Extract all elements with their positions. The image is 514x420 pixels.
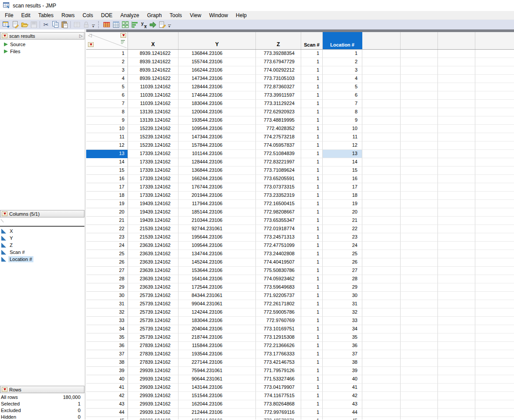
column-header-scan-[interactable]: Scan # — [301, 32, 323, 49]
cell-empty[interactable] — [438, 116, 475, 125]
cell-empty[interactable] — [438, 358, 475, 367]
cell[interactable]: 772.51084839 — [256, 150, 301, 158]
column-header-empty[interactable] — [401, 32, 438, 49]
cell[interactable]: 183044.23106 — [179, 100, 256, 108]
cell-empty[interactable] — [401, 83, 438, 91]
table-panel-header[interactable]: scan results ▷ — [0, 32, 84, 40]
cell-empty[interactable] — [438, 133, 475, 141]
cell[interactable]: 1 — [301, 267, 323, 275]
cell[interactable]: 771.79579126 — [256, 367, 301, 375]
cell-empty[interactable] — [475, 375, 514, 384]
cell[interactable]: 772.01918774 — [256, 225, 301, 233]
cell[interactable]: 1 — [301, 100, 323, 108]
cell[interactable]: 1 — [301, 275, 323, 283]
cell[interactable]: 772.83221997 — [256, 158, 301, 167]
cell-empty[interactable] — [401, 167, 438, 175]
cell-empty[interactable] — [475, 83, 514, 91]
cell-empty[interactable] — [401, 125, 438, 133]
row-number[interactable]: 15 — [86, 167, 128, 175]
grid-corner-cell[interactable]: ◁ — [86, 32, 128, 49]
cell-empty[interactable] — [438, 300, 475, 308]
cell[interactable]: 1 — [301, 400, 323, 409]
cell-empty[interactable] — [475, 75, 514, 83]
cell-empty[interactable] — [475, 150, 514, 158]
cell[interactable]: 3 — [323, 66, 362, 75]
cell[interactable]: 773.24571313 — [256, 233, 301, 242]
cell[interactable]: 773.80264868 — [256, 400, 301, 409]
cell[interactable]: 25739.124162 — [128, 308, 179, 317]
cell[interactable]: 1 — [301, 250, 323, 258]
cell[interactable]: 29939.124162 — [128, 375, 179, 384]
row-number[interactable]: 6 — [86, 91, 128, 100]
cell-empty[interactable] — [362, 333, 401, 342]
cell[interactable]: 1 — [301, 375, 323, 384]
cell[interactable]: 1 — [301, 150, 323, 158]
cell-empty[interactable] — [438, 342, 475, 350]
cell[interactable]: 11039.124162 — [128, 100, 179, 108]
cell-empty[interactable] — [438, 400, 475, 409]
cell-empty[interactable] — [362, 175, 401, 183]
cell-empty[interactable] — [475, 141, 514, 150]
cell-empty[interactable] — [475, 267, 514, 275]
cell[interactable]: 19439.124162 — [128, 208, 179, 217]
cell[interactable]: 1 — [301, 308, 323, 317]
cell-empty[interactable] — [362, 250, 401, 258]
cell[interactable]: 1 — [301, 358, 323, 367]
cell-empty[interactable] — [438, 66, 475, 75]
cell[interactable]: 1 — [301, 208, 323, 217]
cell[interactable]: 1 — [301, 317, 323, 325]
cell-empty[interactable] — [362, 225, 401, 233]
cell[interactable]: 193544.23106 — [179, 116, 256, 125]
cell[interactable]: 183044.23106 — [179, 317, 256, 325]
row-number[interactable]: 31 — [86, 300, 128, 308]
cell[interactable]: 115844.23106 — [179, 342, 256, 350]
cell[interactable]: 1 — [301, 75, 323, 83]
cell-empty[interactable] — [475, 175, 514, 183]
cell[interactable]: 1 — [301, 350, 323, 358]
cell-empty[interactable] — [438, 308, 475, 317]
data-table-icon[interactable] — [102, 20, 111, 29]
cell-empty[interactable] — [362, 183, 401, 192]
cell[interactable]: 11039.124162 — [128, 91, 179, 100]
cell-empty[interactable] — [362, 283, 401, 292]
cell[interactable]: 19439.124162 — [128, 217, 179, 225]
cell-empty[interactable] — [475, 250, 514, 258]
cell[interactable]: 13139.124162 — [128, 116, 179, 125]
column-list-item-z[interactable]: Z — [0, 242, 84, 249]
cell-empty[interactable] — [401, 242, 438, 250]
cell-empty[interactable] — [362, 91, 401, 100]
cell-empty[interactable] — [401, 75, 438, 83]
cell-empty[interactable] — [438, 267, 475, 275]
cell-empty[interactable] — [362, 116, 401, 125]
menu-item-edit[interactable]: Edit — [17, 11, 34, 19]
cell[interactable]: 1 — [301, 233, 323, 242]
cell[interactable]: 1 — [301, 325, 323, 333]
menu-item-window[interactable]: Window — [205, 11, 232, 19]
cell[interactable]: 143144.23106 — [179, 384, 256, 392]
table-panel-item-source[interactable]: Source — [0, 41, 84, 48]
cell[interactable]: 1 — [301, 384, 323, 392]
cell-empty[interactable] — [475, 358, 514, 367]
row-number[interactable]: 12 — [86, 141, 128, 150]
cell-empty[interactable] — [438, 292, 475, 300]
cell[interactable]: 772.87360327 — [256, 83, 301, 91]
cell-empty[interactable] — [362, 317, 401, 325]
cell[interactable]: 773.42572871 — [256, 417, 301, 420]
cell-empty[interactable] — [401, 375, 438, 384]
cell[interactable]: 14 — [323, 158, 362, 167]
row-number[interactable]: 30 — [86, 292, 128, 300]
cell-empty[interactable] — [401, 400, 438, 409]
cell[interactable]: 27839.124162 — [128, 350, 179, 358]
cell-empty[interactable] — [401, 392, 438, 400]
cell[interactable]: 23639.124162 — [128, 242, 179, 250]
columns-panel-header[interactable]: Columns (5/1) — [0, 210, 84, 217]
cell[interactable]: 15239.124162 — [128, 125, 179, 133]
cell-empty[interactable] — [475, 233, 514, 242]
cell-empty[interactable] — [401, 225, 438, 233]
columns-panel-menu-button[interactable] — [2, 211, 7, 216]
cell-empty[interactable] — [475, 183, 514, 192]
cell[interactable]: 36 — [323, 342, 362, 350]
cell[interactable]: 29939.124162 — [128, 367, 179, 375]
cell[interactable]: 773.17766333 — [256, 350, 301, 358]
cell[interactable]: 773.65205591 — [256, 175, 301, 183]
